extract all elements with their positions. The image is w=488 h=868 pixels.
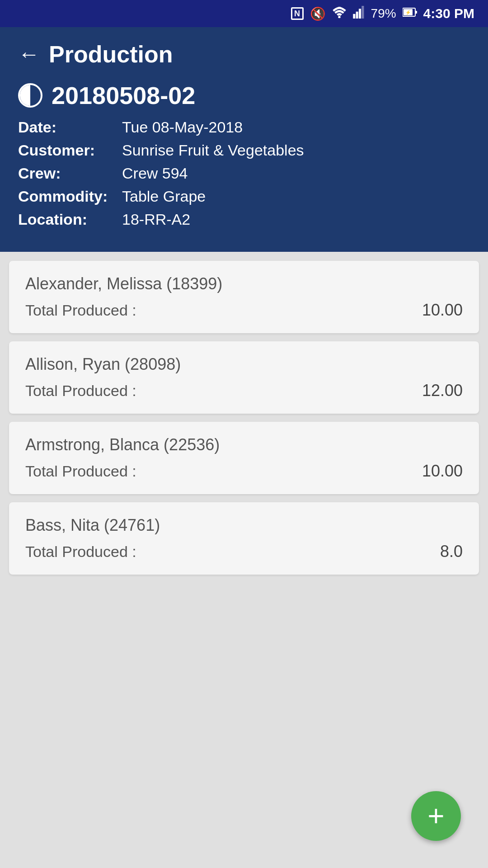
header-section: ← Production 20180508-02 Date: Tue 08-Ma…: [0, 27, 488, 252]
battery-icon: ⚡: [403, 6, 417, 21]
total-row: Total Produced : 12.00: [25, 381, 463, 400]
total-value: 12.00: [422, 381, 463, 400]
date-label: Date:: [18, 118, 117, 136]
total-value: 10.00: [422, 462, 463, 481]
record-id: 20180508-02: [52, 81, 195, 109]
crew-label: Crew:: [18, 165, 117, 182]
production-card[interactable]: Allison, Ryan (28098) Total Produced : 1…: [9, 341, 479, 414]
svg-rect-2: [356, 11, 358, 18]
battery-percent: 79%: [371, 6, 396, 21]
header-nav: ← Production: [18, 41, 470, 68]
back-button[interactable]: ←: [18, 43, 40, 65]
commodity-row: Commodity: Table Grape: [18, 188, 470, 205]
customer-value: Sunrise Fruit & Vegetables: [122, 142, 304, 159]
commodity-value: Table Grape: [122, 188, 206, 205]
svg-rect-6: [415, 11, 417, 14]
wifi-icon: [332, 6, 347, 21]
worker-name: Alexander, Melissa (18399): [25, 274, 463, 293]
total-row: Total Produced : 8.0: [25, 542, 463, 561]
crew-value: Crew 594: [122, 165, 188, 182]
total-value: 8.0: [440, 542, 463, 561]
total-value: 10.00: [422, 301, 463, 320]
total-label: Total Produced :: [25, 382, 136, 400]
svg-rect-1: [353, 14, 355, 18]
svg-point-0: [338, 16, 340, 18]
status-bar: N 🔇 79% ⚡ 4:30 PM: [0, 0, 488, 27]
plus-icon: +: [427, 802, 444, 830]
status-time: 4:30 PM: [423, 6, 474, 21]
signal-icon: [353, 6, 365, 22]
total-label: Total Produced :: [25, 462, 136, 480]
total-label: Total Produced :: [25, 302, 136, 319]
total-row: Total Produced : 10.00: [25, 462, 463, 481]
mute-icon: 🔇: [310, 6, 326, 21]
worker-name: Armstrong, Blanca (22536): [25, 435, 463, 454]
customer-row: Customer: Sunrise Fruit & Vegetables: [18, 142, 470, 159]
svg-rect-4: [361, 6, 364, 19]
total-label: Total Produced :: [25, 543, 136, 561]
record-id-row: 20180508-02: [18, 81, 470, 109]
crew-row: Crew: Crew 594: [18, 165, 470, 182]
record-status-icon: [18, 83, 42, 108]
svg-rect-3: [359, 9, 361, 19]
location-label: Location:: [18, 211, 117, 228]
content-area: Alexander, Melissa (18399) Total Produce…: [0, 252, 488, 794]
production-card[interactable]: Armstrong, Blanca (22536) Total Produced…: [9, 422, 479, 494]
worker-name: Allison, Ryan (28098): [25, 355, 463, 374]
worker-name: Bass, Nita (24761): [25, 516, 463, 535]
page-title: Production: [49, 41, 173, 68]
location-value: 18-RR-A2: [122, 211, 190, 228]
total-row: Total Produced : 10.00: [25, 301, 463, 320]
add-button[interactable]: +: [411, 791, 461, 841]
svg-text:⚡: ⚡: [405, 9, 411, 15]
nfc-icon: N: [291, 7, 304, 20]
customer-label: Customer:: [18, 142, 117, 159]
date-value: Tue 08-May-2018: [122, 118, 243, 136]
production-card[interactable]: Bass, Nita (24761) Total Produced : 8.0: [9, 502, 479, 575]
date-row: Date: Tue 08-May-2018: [18, 118, 470, 136]
location-row: Location: 18-RR-A2: [18, 211, 470, 228]
production-card[interactable]: Alexander, Melissa (18399) Total Produce…: [9, 261, 479, 333]
commodity-label: Commodity:: [18, 188, 117, 205]
